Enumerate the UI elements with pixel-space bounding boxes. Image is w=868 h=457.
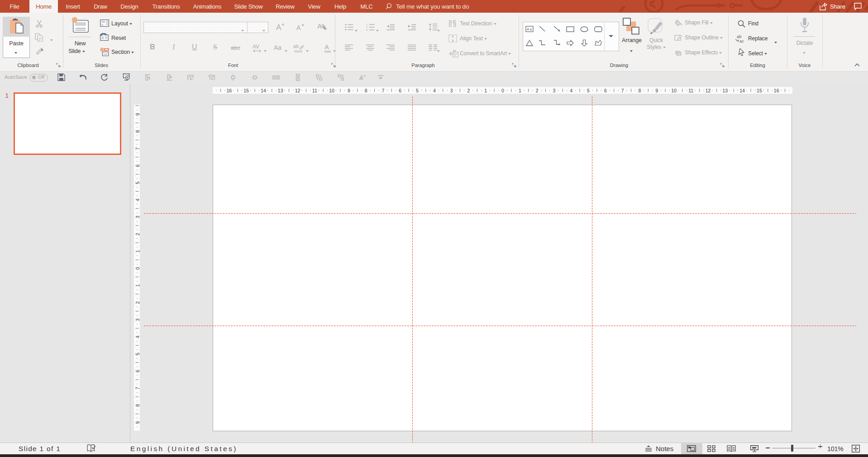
svg-text:11: 11 (312, 88, 317, 93)
svg-text:0: 0 (501, 88, 504, 93)
svg-text:AV: AV (253, 43, 259, 50)
svg-text:6: 6 (604, 88, 607, 93)
svg-text:5: 5 (587, 88, 590, 93)
svg-text:10: 10 (671, 88, 677, 93)
svg-text:1: 1 (519, 88, 521, 93)
svg-text:6: 6 (135, 370, 140, 372)
svg-text:4: 4 (135, 336, 140, 338)
svg-text:A: A (324, 43, 329, 51)
svg-text:8: 8 (135, 404, 140, 407)
svg-text:7: 7 (135, 387, 140, 390)
svg-text:8: 8 (135, 130, 140, 133)
svg-text:0: 0 (135, 267, 140, 270)
svg-text:ab: ab (293, 43, 299, 49)
svg-text:7: 7 (135, 147, 140, 150)
svg-text:1: 1 (135, 284, 140, 287)
svg-text:6: 6 (399, 88, 401, 93)
svg-text:ac: ac (739, 38, 744, 43)
svg-text:4: 4 (135, 198, 140, 201)
svg-text:1: 1 (484, 88, 487, 93)
svg-text:10: 10 (329, 88, 334, 93)
svg-text:4: 4 (433, 88, 436, 93)
svg-text:11: 11 (688, 88, 693, 93)
svg-text:9: 9 (655, 88, 658, 93)
svg-text:3: 3 (135, 318, 140, 321)
svg-text:3: 3 (366, 29, 367, 31)
svg-text:6: 6 (135, 164, 140, 167)
svg-text:9: 9 (135, 113, 140, 115)
svg-text:15: 15 (757, 88, 762, 93)
svg-text:13: 13 (722, 88, 728, 93)
svg-text:3: 3 (450, 88, 453, 93)
svg-text:9: 9 (348, 88, 350, 93)
svg-text:5: 5 (135, 182, 140, 184)
svg-text:9: 9 (135, 421, 140, 424)
svg-text:1: 1 (135, 250, 140, 253)
svg-text:16: 16 (774, 88, 779, 93)
svg-text:8: 8 (638, 88, 641, 93)
svg-text:A: A (317, 22, 322, 30)
svg-text:12: 12 (295, 88, 300, 93)
svg-text:A: A (527, 27, 529, 31)
svg-text:7: 7 (621, 88, 624, 93)
svg-text:16: 16 (226, 88, 232, 93)
svg-text:14: 14 (739, 88, 745, 93)
svg-text:15: 15 (243, 88, 249, 93)
svg-text:7: 7 (382, 88, 384, 93)
svg-text:3: 3 (553, 88, 555, 93)
svg-text:14: 14 (261, 88, 266, 93)
svg-text:A: A (276, 23, 281, 31)
svg-text:A: A (452, 19, 455, 24)
svg-text:4: 4 (570, 88, 572, 93)
svg-text:5: 5 (416, 88, 419, 93)
svg-text:8: 8 (365, 88, 367, 93)
svg-text:2: 2 (135, 301, 140, 304)
svg-text:2: 2 (467, 88, 470, 93)
svg-text:12: 12 (706, 88, 711, 93)
svg-text:A: A (296, 24, 301, 31)
svg-text:3: 3 (135, 216, 140, 218)
svg-text:5: 5 (135, 353, 140, 356)
svg-text:2: 2 (536, 88, 539, 93)
svg-text:2: 2 (135, 233, 140, 236)
svg-text:13: 13 (278, 88, 283, 93)
